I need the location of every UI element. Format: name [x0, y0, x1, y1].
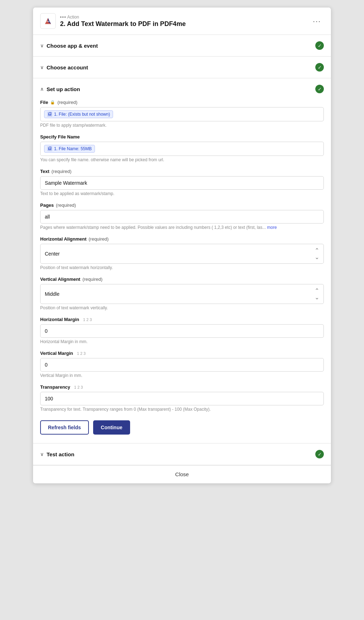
file-lock-icon: 🔒 [50, 100, 55, 105]
v-margin-input[interactable] [40, 358, 324, 372]
setup-action-title: Set up action [47, 86, 80, 92]
choose-app-left: ∨ Choose app & event [40, 43, 98, 49]
app-icon [40, 13, 56, 29]
file-input[interactable]: 1. File: (Exists but not shown) [40, 107, 324, 121]
file-name-label: Specify File Name [40, 134, 324, 140]
pages-input[interactable] [40, 210, 324, 224]
file-label: File 🔒 (required) [40, 100, 324, 105]
v-align-select[interactable]: Middle ⌃⌄ [40, 284, 324, 304]
choose-account-check: ✓ [315, 63, 324, 72]
refresh-fields-button[interactable]: Refresh fields [40, 420, 89, 435]
choose-account-section: ∨ Choose account ✓ [33, 57, 331, 78]
file-name-input[interactable]: 1. File Name: 55MB [40, 142, 324, 156]
v-align-label: Vertical Alignment (required) [40, 277, 324, 282]
h-margin-label: Horizontal Margin 1 2 3 [40, 317, 324, 322]
transparency-field-group: Transparency 1 2 3 Transparency for text… [40, 384, 324, 412]
file-field-group: File 🔒 (required) 1. File: (Exists but n… [40, 100, 324, 128]
choose-account-chevron: ∨ [40, 64, 44, 70]
transparency-hint: Transparency for text. Transparency rang… [40, 407, 324, 412]
choose-app-section: ∨ Choose app & event ✓ [33, 35, 331, 57]
setup-action-chevron: ∧ [40, 86, 44, 92]
h-align-field-group: Horizontal Alignment (required) Center ⌃… [40, 236, 324, 270]
choose-account-header[interactable]: ∨ Choose account ✓ [33, 57, 331, 78]
file-hint: PDF file to apply stamp/watermark. [40, 123, 324, 128]
transparency-label: Transparency 1 2 3 [40, 384, 324, 390]
choose-app-chevron: ∨ [40, 43, 44, 48]
pages-more-link[interactable]: more [267, 225, 277, 230]
modal-footer: Close [33, 465, 331, 483]
test-action-check: ✓ [315, 450, 324, 458]
choose-account-left: ∨ Choose account [40, 64, 88, 70]
test-action-chevron: ∨ [40, 451, 44, 457]
continue-button[interactable]: Continue [93, 420, 130, 435]
choose-app-title: Choose app & event [47, 43, 98, 49]
modal-header: Action 2. Add Text Watermark to PDF in P… [33, 7, 331, 35]
header-dots [60, 16, 66, 18]
setup-action-left: ∧ Set up action [40, 86, 80, 92]
svg-rect-3 [47, 21, 49, 22]
pages-field-group: Pages (required) Pages where watermark/s… [40, 203, 324, 230]
setup-action-check: ✓ [315, 85, 324, 93]
file-name-tag-pill: 1. File Name: 55MB [44, 145, 95, 153]
button-row: Refresh fields Continue [40, 420, 324, 435]
text-label: Text (required) [40, 169, 324, 174]
v-align-arrows-icon: ⌃⌄ [315, 287, 319, 301]
test-action-title: Test action [47, 451, 74, 457]
pages-label: Pages (required) [40, 203, 324, 208]
choose-account-title: Choose account [47, 64, 88, 70]
setup-action-section: ∧ Set up action ✓ File 🔒 (required) [33, 78, 331, 443]
file-name-field-group: Specify File Name 1. File Name: 55MB You… [40, 134, 324, 162]
choose-app-check: ✓ [315, 41, 324, 50]
close-button[interactable]: Close [175, 471, 189, 477]
v-margin-field-group: Vertical Margin 1 2 3 Vertical Margin in… [40, 351, 324, 378]
h-align-hint: Position of text watermark horizontally. [40, 265, 324, 270]
v-margin-hint: Vertical Margin in mm. [40, 373, 324, 378]
setup-action-body: File 🔒 (required) 1. File: (Exists but n… [33, 100, 331, 443]
h-margin-field-group: Horizontal Margin 1 2 3 Horizontal Margi… [40, 317, 324, 344]
file-name-hint: You can specify file name. otherwise nam… [40, 157, 324, 162]
header-title: 2. Add Text Watermark to PDF in PDF4me [60, 20, 310, 28]
setup-action-header[interactable]: ∧ Set up action ✓ [33, 78, 331, 100]
modal-container: Action 2. Add Text Watermark to PDF in P… [33, 7, 331, 484]
transparency-input[interactable] [40, 392, 324, 405]
h-align-arrows-icon: ⌃⌄ [315, 247, 319, 261]
h-align-label: Horizontal Alignment (required) [40, 236, 324, 242]
text-input[interactable] [40, 176, 324, 190]
v-margin-label: Vertical Margin 1 2 3 [40, 351, 324, 356]
text-hint: Text to be applied as watermark/stamp. [40, 191, 324, 196]
h-align-select[interactable]: Center ⌃⌄ [40, 244, 324, 264]
text-field-group: Text (required) Text to be applied as wa… [40, 169, 324, 196]
header-label: Action [60, 15, 310, 20]
pages-hint: Pages where watermark/stamp need to be a… [40, 225, 324, 230]
v-align-hint: Position of text watermark vertically. [40, 305, 324, 310]
v-align-field-group: Vertical Alignment (required) Middle ⌃⌄ … [40, 277, 324, 310]
h-margin-input[interactable] [40, 324, 324, 338]
test-action-header[interactable]: ∨ Test action ✓ [33, 443, 331, 465]
action-label: Action [67, 15, 79, 20]
test-action-left: ∨ Test action [40, 451, 74, 457]
header-text: Action 2. Add Text Watermark to PDF in P… [60, 15, 310, 28]
more-options-button[interactable]: ··· [310, 16, 324, 27]
choose-app-header[interactable]: ∨ Choose app & event ✓ [33, 35, 331, 56]
test-action-section: ∨ Test action ✓ [33, 443, 331, 465]
h-margin-hint: Horizontal Margin in mm. [40, 339, 324, 344]
file-tag-pill: 1. File: (Exists but not shown) [44, 110, 113, 118]
